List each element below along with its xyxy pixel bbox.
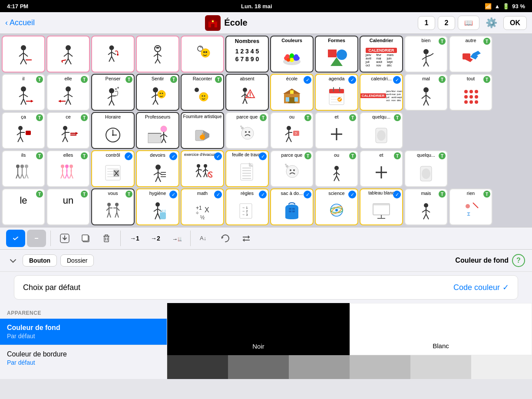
cell-quelque2[interactable]: quelqu... T	[404, 150, 448, 187]
cell-autre[interactable]: autre T	[449, 36, 492, 73]
menu-item-couleur-bordure[interactable]: Couleur de bordure Par défaut	[0, 345, 167, 371]
cell-ou[interactable]: ou T ?	[270, 112, 314, 149]
cell-quelque[interactable]: quelqu... T	[360, 112, 403, 149]
cell-le[interactable]: le T	[2, 188, 45, 225]
cell-ils[interactable]: ils T	[2, 150, 45, 187]
cell-empty-0[interactable]	[2, 36, 45, 73]
import-button[interactable]	[55, 230, 74, 247]
cell-ce[interactable]: ce T	[46, 112, 90, 149]
cell-et[interactable]: et T	[315, 112, 358, 149]
swatch-3[interactable]	[289, 355, 350, 379]
cell-hygiene[interactable]: hygiène ✓	[136, 188, 179, 225]
trash-button[interactable]	[97, 230, 116, 247]
cell-ca[interactable]: ça T	[2, 112, 45, 149]
cell-elles[interactable]: elles T	[46, 150, 90, 187]
svg-line-193	[25, 174, 26, 178]
cell-tout[interactable]: tout T	[449, 74, 492, 111]
cell-ecole[interactable]: école ✓	[270, 74, 314, 111]
nav-btn-2[interactable]: 2	[438, 16, 455, 30]
cell-mais[interactable]: mais T	[404, 188, 448, 225]
color-black[interactable]: Noir	[167, 303, 350, 355]
cell-un[interactable]: un T	[46, 188, 90, 225]
svg-point-250	[285, 164, 287, 165]
ok-button[interactable]: OK	[503, 16, 527, 30]
cell-empty-1[interactable]	[46, 36, 90, 73]
cell-fourniture[interactable]: Fourniture artistique	[181, 112, 224, 149]
cell-bien[interactable]: bien T	[404, 36, 448, 73]
svg-point-44	[337, 49, 347, 60]
toggle-bouton[interactable]: Bouton	[23, 254, 57, 267]
swatch-4[interactable]	[350, 355, 410, 379]
cell-mal[interactable]: mal T	[404, 74, 448, 111]
cell-parce-que2[interactable]: parce que T	[270, 150, 314, 187]
cell-professeurs[interactable]: Professeurs	[136, 112, 179, 149]
deselect-button[interactable]	[27, 230, 46, 247]
cell-nombres[interactable]: Nombres 1 2 3 4 56 7 8 9 0	[225, 36, 269, 73]
copy-button[interactable]	[76, 230, 95, 247]
swatch-6[interactable]	[471, 355, 532, 379]
cell-il[interactable]: il T	[2, 74, 45, 111]
cell-agenda[interactable]: agenda ✓	[315, 74, 358, 111]
toolbar-sort-section: A↓	[192, 230, 258, 247]
color-white[interactable]: Blanc	[350, 303, 532, 355]
svg-line-304	[422, 210, 426, 212]
svg-point-129	[475, 95, 478, 99]
svg-line-277	[155, 213, 158, 219]
send-to-2-button[interactable]: →2	[146, 230, 165, 247]
cell-empty-2[interactable]	[91, 36, 135, 73]
svg-point-126	[475, 90, 478, 93]
sort-az-button[interactable]: A↓	[195, 230, 214, 247]
svg-point-86	[158, 90, 165, 98]
svg-point-197	[69, 165, 73, 168]
cell-sac[interactable]: sac à do... ✓	[270, 188, 314, 225]
send-to-book-button[interactable]: →📖	[167, 230, 186, 247]
svg-point-140	[63, 126, 67, 130]
swatch-1[interactable]	[167, 355, 228, 379]
cell-vous[interactable]: vous T	[91, 188, 135, 225]
cell-empty-3[interactable]	[136, 36, 179, 73]
cell-calendri[interactable]: calendri... ✓ CALENDRIER janvfévrmars av…	[360, 74, 403, 111]
nav-btn-1[interactable]: 1	[418, 16, 435, 30]
svg-point-155	[161, 126, 167, 132]
select-all-button[interactable]	[6, 230, 25, 247]
cell-et2[interactable]: et T	[360, 150, 403, 187]
cell-regles[interactable]: règles ✓ → 1 → 2 → 3	[225, 188, 269, 225]
menu-item-couleur-fond[interactable]: Couleur de fond Par défaut	[0, 319, 167, 345]
cell-tableau[interactable]: tableau blanc ✓	[360, 188, 403, 225]
back-button[interactable]: ‹ Accueil	[5, 18, 35, 27]
send-to-1-button[interactable]: →1	[125, 230, 144, 247]
cell-raconter[interactable]: Raconter T	[181, 74, 224, 111]
cell-absent[interactable]: absent	[225, 74, 269, 111]
cell-sentir[interactable]: Sentir T	[136, 74, 179, 111]
cell-formes[interactable]: Formes	[315, 36, 358, 73]
cell-couleurs[interactable]: Couleurs	[270, 36, 314, 73]
toggle-dossier[interactable]: Dossier	[60, 254, 94, 267]
cell-ou2[interactable]: ou T	[315, 150, 358, 187]
cell-devoirs[interactable]: devoirs ✓	[136, 150, 179, 187]
cell-rien[interactable]: rien T	[449, 188, 492, 225]
cell-elle[interactable]: elle T	[46, 74, 90, 111]
cell-empty-4[interactable]	[181, 36, 224, 73]
cell-feuille[interactable]: feuille de travail ✓	[225, 150, 269, 187]
nav-btn-book[interactable]: 📖	[458, 16, 479, 30]
svg-line-158	[164, 134, 167, 137]
swatch-2[interactable]	[228, 355, 289, 379]
cell-penser[interactable]: Penser T	[91, 74, 135, 111]
swap-button[interactable]	[237, 230, 256, 247]
svg-rect-279	[160, 212, 166, 219]
svg-point-88	[162, 93, 163, 94]
swatch-5[interactable]	[410, 355, 471, 379]
cell-horaire[interactable]: Horaire	[91, 112, 135, 149]
cell-parce-que[interactable]: parce que T	[225, 112, 269, 149]
cell-science[interactable]: science ✓	[315, 188, 358, 225]
cell-exercice[interactable]: exercice d'évacuati... ✓	[181, 150, 224, 187]
refresh-button[interactable]	[216, 230, 235, 247]
help-button[interactable]: ?	[512, 254, 525, 267]
cell-math[interactable]: math ✓ +1 ÷ X ½	[181, 188, 224, 225]
cell-controle2[interactable]: contrôl ✓	[91, 150, 135, 187]
svg-point-42	[287, 58, 290, 62]
settings-icon[interactable]: ⚙️	[482, 16, 501, 30]
chevron-down-button[interactable]	[7, 254, 19, 267]
cell-calendrier[interactable]: Calendrier CALENDRIER janvfévrmars avril…	[360, 36, 403, 73]
code-couleur-button[interactable]: Code couleur ✓	[453, 283, 509, 292]
